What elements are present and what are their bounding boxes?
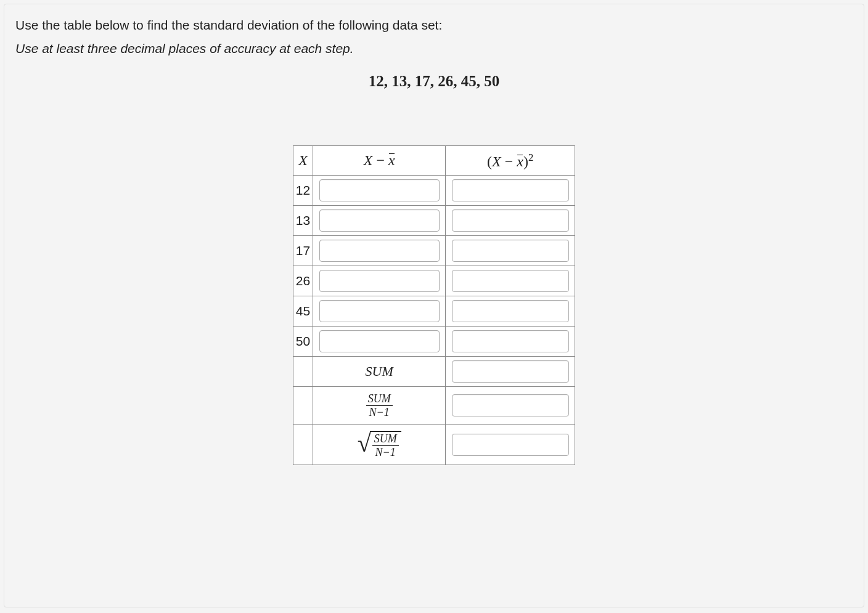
input-squared-0[interactable] xyxy=(452,179,569,201)
variance-label: SUM N−1 xyxy=(313,387,446,425)
variance-row: SUM N−1 xyxy=(293,387,575,425)
input-deviation-4[interactable] xyxy=(319,300,440,322)
table-row: 12 xyxy=(293,176,575,206)
dataset-display: 12, 13, 17, 26, 45, 50 xyxy=(15,73,853,90)
header-deviation: X − x xyxy=(313,146,446,176)
stddev-label: √ SUM N−1 xyxy=(313,424,446,465)
header-squared-deviation: (X − x)2 xyxy=(446,146,575,176)
input-sum[interactable] xyxy=(452,360,569,383)
cell-x: 13 xyxy=(293,206,313,236)
cell-x: 50 xyxy=(293,327,313,357)
cell-x: 45 xyxy=(293,296,313,327)
question-card: Use the table below to find the standard… xyxy=(4,4,864,607)
cell-x: 17 xyxy=(293,236,313,266)
input-deviation-0[interactable] xyxy=(319,179,440,201)
sum-row: SUM xyxy=(293,357,575,387)
input-deviation-2[interactable] xyxy=(319,240,440,262)
input-squared-2[interactable] xyxy=(452,240,569,262)
input-variance[interactable] xyxy=(452,394,569,416)
header-x: X xyxy=(293,146,313,176)
input-stddev[interactable] xyxy=(452,434,569,456)
input-squared-4[interactable] xyxy=(452,300,569,322)
input-squared-1[interactable] xyxy=(452,209,569,232)
calculation-table: X X − x (X − x)2 12 13 xyxy=(293,145,575,465)
cell-x: 12 xyxy=(293,176,313,206)
table-row: 26 xyxy=(293,266,575,296)
input-deviation-3[interactable] xyxy=(319,270,440,292)
prompt-instruction: Use at least three decimal places of acc… xyxy=(15,39,853,59)
prompt-text: Use the table below to find the standard… xyxy=(15,15,853,35)
table-row: 45 xyxy=(293,296,575,327)
table-row: 13 xyxy=(293,206,575,236)
input-deviation-5[interactable] xyxy=(319,330,440,352)
stddev-row: √ SUM N−1 xyxy=(293,424,575,465)
input-deviation-1[interactable] xyxy=(319,209,440,232)
table-row: 50 xyxy=(293,327,575,357)
table-row: 17 xyxy=(293,236,575,266)
input-squared-5[interactable] xyxy=(452,330,569,352)
cell-x: 26 xyxy=(293,266,313,296)
sum-label: SUM xyxy=(313,357,446,387)
input-squared-3[interactable] xyxy=(452,270,569,292)
